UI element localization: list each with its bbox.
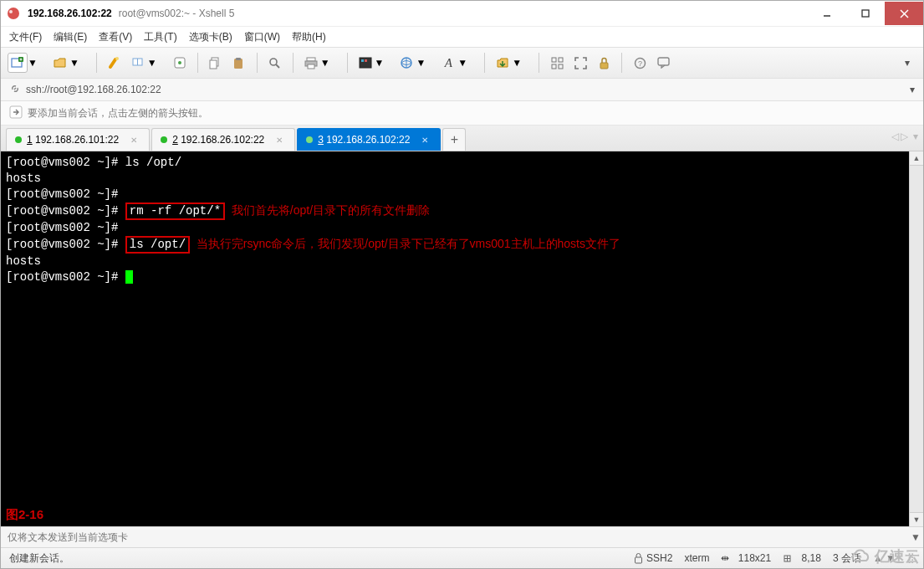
status-sessions: 3 会话	[833, 551, 861, 566]
svg-rect-35	[658, 58, 669, 65]
svg-point-10	[115, 57, 119, 60]
status-bar: 创建新会话。 SSH2 xterm ⇹ 118x21 8,18 3 会话 ▲ ▼…	[1, 547, 923, 568]
svg-point-14	[178, 61, 181, 64]
print-button[interactable]	[302, 54, 320, 72]
status-dot-icon	[161, 136, 167, 143]
svg-rect-28	[552, 58, 556, 62]
open-button[interactable]	[51, 54, 69, 72]
close-button[interactable]	[885, 2, 923, 25]
tab-label: 1 192.168.26.101:22	[27, 134, 119, 146]
svg-rect-18	[236, 58, 241, 60]
new-session-button[interactable]	[8, 53, 28, 73]
disconnect-button[interactable]	[129, 54, 147, 72]
svg-rect-24	[360, 58, 371, 68]
status-term: xterm	[684, 552, 709, 564]
link-icon	[9, 83, 21, 97]
scroll-down-icon[interactable]: ▼	[910, 512, 923, 526]
lock-button[interactable]	[595, 54, 613, 72]
layout-button[interactable]	[548, 54, 566, 72]
properties-button[interactable]	[171, 54, 189, 72]
terminal[interactable]: [root@vms002 ~]# ls /opt/ hosts [root@vm…	[1, 151, 909, 526]
tab-close-icon[interactable]: ✕	[421, 136, 428, 145]
svg-text:?: ?	[638, 59, 642, 68]
feedback-button[interactable]	[654, 54, 672, 72]
menu-file[interactable]: 文件(F)	[9, 30, 42, 44]
status-dot-icon	[306, 136, 313, 143]
svg-rect-26	[365, 59, 367, 62]
menu-help[interactable]: 帮助(H)	[292, 30, 326, 44]
svg-rect-30	[552, 64, 556, 69]
tab-close-icon[interactable]: ✕	[276, 136, 283, 145]
svg-point-1	[9, 10, 13, 13]
menu-tools[interactable]: 工具(T)	[144, 30, 176, 44]
menu-bar: 文件(F) 编辑(E) 查看(V) 工具(T) 选项卡(B) 窗口(W) 帮助(…	[1, 26, 923, 47]
copy-button[interactable]	[207, 54, 225, 72]
status-grip-icon[interactable]: ⣿	[907, 552, 915, 564]
tab-strip: 1 192.168.26.101:22 ✕ 2 192.168.26.102:2…	[1, 126, 923, 151]
maximize-button[interactable]	[846, 2, 885, 25]
app-window: 192.168.26.102:22 root@vms002:~ - Xshell…	[0, 0, 924, 569]
app-icon	[6, 6, 21, 21]
address-text: ssh://root@192.168.26.102:22	[26, 84, 161, 95]
scroll-up-icon[interactable]: ▲	[910, 151, 923, 166]
menu-window[interactable]: 窗口(W)	[244, 30, 280, 44]
toolbar: ▼ ▼ ▼ ▼ ▼ ▼ A▼ ▼ ? ▾	[1, 47, 923, 79]
svg-rect-23	[308, 64, 314, 69]
svg-rect-21	[307, 58, 315, 61]
session-tab-3[interactable]: 3 192.168.26.102:22 ✕	[297, 128, 441, 151]
reconnect-button[interactable]	[105, 54, 124, 72]
paste-button[interactable]	[230, 54, 248, 72]
toolbar-overflow[interactable]: ▾	[898, 54, 916, 72]
color-scheme-button[interactable]	[356, 54, 375, 72]
status-dot-icon	[15, 136, 22, 143]
transfer-button[interactable]	[493, 54, 512, 72]
minimize-button[interactable]	[808, 2, 846, 25]
status-cursor-pos: 8,18	[783, 552, 821, 564]
svg-point-0	[8, 8, 19, 19]
send-to-bar: ▼	[1, 526, 923, 547]
window-title-sub: root@vms002:~ - Xshell 5	[119, 8, 235, 19]
status-size: ⇹ 118x21	[721, 552, 771, 564]
font-button[interactable]: A	[439, 54, 457, 72]
tab-close-icon[interactable]: ✕	[130, 136, 137, 145]
lock-icon	[634, 553, 643, 564]
send-input[interactable]	[1, 531, 908, 543]
menu-view[interactable]: 查看(V)	[99, 30, 132, 44]
status-message: 创建新会话。	[9, 551, 69, 566]
address-bar[interactable]: ssh://root@192.168.26.102:22 ▾	[1, 79, 923, 101]
window-controls	[808, 2, 923, 25]
tab-nav[interactable]: ◁▷▾	[891, 131, 918, 142]
hint-text: 要添加当前会话，点击左侧的箭头按钮。	[28, 106, 208, 120]
new-tab-button[interactable]: +	[442, 128, 466, 151]
svg-rect-37	[636, 557, 642, 563]
terminal-area: [root@vms002 ~]# ls /opt/ hosts [root@vm…	[1, 151, 923, 526]
svg-rect-31	[559, 64, 563, 69]
help-button[interactable]: ?	[630, 54, 649, 72]
svg-rect-3	[862, 10, 869, 17]
hint-bar: 要添加当前会话，点击左侧的箭头按钮。	[1, 101, 923, 126]
terminal-scrollbar[interactable]: ▲ ▼	[909, 151, 923, 526]
search-button[interactable]	[266, 54, 284, 72]
session-tab-1[interactable]: 1 192.168.26.101:22 ✕	[6, 128, 150, 151]
window-title-main: 192.168.26.102:22	[28, 8, 112, 19]
status-ssh: SSH2	[634, 552, 672, 564]
send-mode-dropdown[interactable]: ▼	[908, 531, 923, 543]
tab-label: 2 192.168.26.102:22	[172, 134, 264, 146]
svg-line-20	[276, 64, 279, 68]
svg-rect-16	[210, 60, 217, 69]
address-overflow[interactable]: ▾	[910, 84, 915, 95]
svg-rect-29	[559, 58, 563, 62]
session-tab-2[interactable]: 2 192.168.26.102:22 ✕	[151, 128, 295, 151]
encoding-button[interactable]	[397, 54, 416, 72]
svg-rect-32	[600, 63, 608, 69]
menu-tabs[interactable]: 选项卡(B)	[189, 30, 232, 44]
title-bar[interactable]: 192.168.26.102:22 root@vms002:~ - Xshell…	[1, 1, 923, 26]
svg-rect-25	[361, 59, 364, 62]
fullscreen-button[interactable]	[571, 54, 590, 72]
figure-label: 图2-16	[6, 507, 43, 523]
svg-point-19	[270, 59, 277, 65]
status-updown-icon[interactable]: ▲ ▼	[873, 552, 896, 564]
hint-arrow-icon[interactable]	[9, 105, 23, 121]
menu-edit[interactable]: 编辑(E)	[54, 30, 87, 44]
tab-label: 3 192.168.26.102:22	[318, 134, 410, 146]
